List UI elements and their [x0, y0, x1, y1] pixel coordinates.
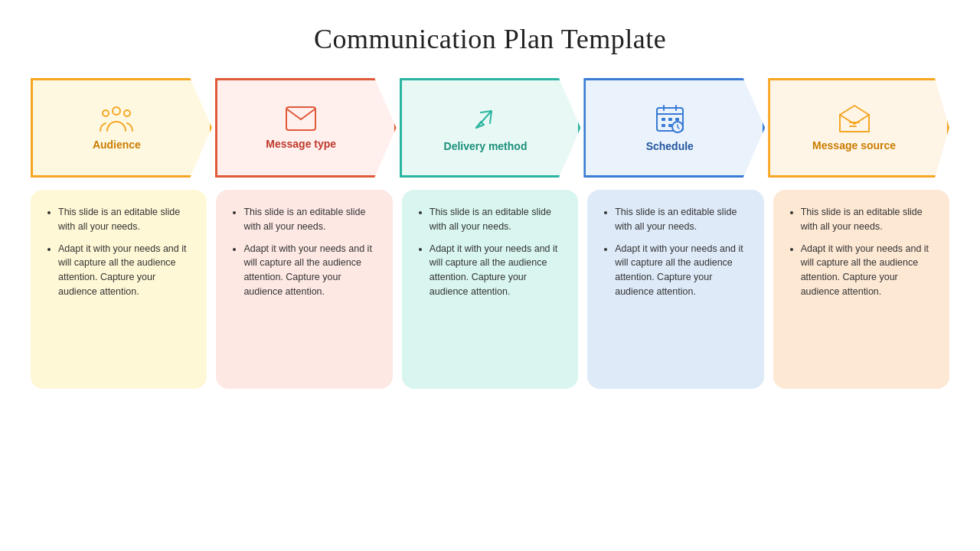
list-item: Adapt it with your needs and it will cap… — [801, 242, 936, 299]
svg-rect-8 — [662, 124, 665, 127]
list-item: This slide is an editable slide with all… — [801, 205, 936, 234]
columns-wrapper: Audience Message type — [31, 78, 949, 389]
svg-point-0 — [113, 107, 120, 115]
page-title: Communication Plan Template — [314, 23, 666, 55]
cards-row: This slide is an editable slide with all… — [31, 190, 949, 389]
message-icon — [285, 106, 317, 132]
list-item: This slide is an editable slide with all… — [615, 205, 750, 234]
arrow-schedule: Schedule — [583, 78, 765, 178]
card-message-type-list: This slide is an editable slide with all… — [230, 205, 378, 299]
arrow-delivery: Delivery method — [400, 78, 581, 178]
list-item: Adapt it with your needs and it will cap… — [430, 242, 564, 299]
label-message-source: Message source — [812, 139, 896, 152]
label-delivery: Delivery method — [444, 140, 528, 152]
svg-rect-5 — [662, 118, 665, 121]
label-schedule: Schedule — [646, 140, 694, 152]
card-message-source-list: This slide is an editable slide with all… — [787, 205, 936, 299]
calendar-icon — [655, 103, 685, 134]
list-item: Adapt it with your needs and it will cap… — [58, 242, 193, 299]
svg-point-1 — [103, 110, 109, 116]
list-item: Adapt it with your needs and it will cap… — [615, 242, 750, 299]
card-schedule: This slide is an editable slide with all… — [587, 190, 763, 389]
card-delivery-list: This slide is an editable slide with all… — [416, 205, 564, 299]
list-item: Adapt it with your needs and it will cap… — [243, 242, 378, 299]
label-audience: Audience — [93, 139, 141, 151]
arrow-message-source: Message source — [768, 78, 949, 178]
list-item: This slide is an editable slide with all… — [243, 205, 378, 234]
envelope-open-icon — [838, 104, 871, 133]
card-audience: This slide is an editable slide with all… — [31, 190, 207, 389]
card-delivery: This slide is an editable slide with all… — [402, 190, 578, 389]
page: Communication Plan Template — [0, 0, 980, 551]
send-icon — [470, 103, 501, 134]
svg-point-2 — [124, 110, 130, 116]
card-message-source: This slide is an editable slide with all… — [773, 190, 949, 389]
card-message-type: This slide is an editable slide with all… — [216, 190, 392, 389]
arrow-audience: Audience — [31, 78, 212, 178]
arrow-message-type: Message type — [215, 78, 397, 178]
card-schedule-list: This slide is an editable slide with all… — [601, 205, 750, 299]
label-message-type: Message type — [266, 138, 336, 150]
audience-icon — [100, 105, 133, 132]
svg-rect-7 — [675, 118, 679, 121]
list-item: This slide is an editable slide with all… — [58, 205, 193, 234]
arrows-row: Audience Message type — [31, 78, 949, 178]
svg-rect-6 — [668, 118, 672, 121]
card-audience-list: This slide is an editable slide with all… — [44, 205, 193, 299]
list-item: This slide is an editable slide with all… — [430, 205, 564, 234]
